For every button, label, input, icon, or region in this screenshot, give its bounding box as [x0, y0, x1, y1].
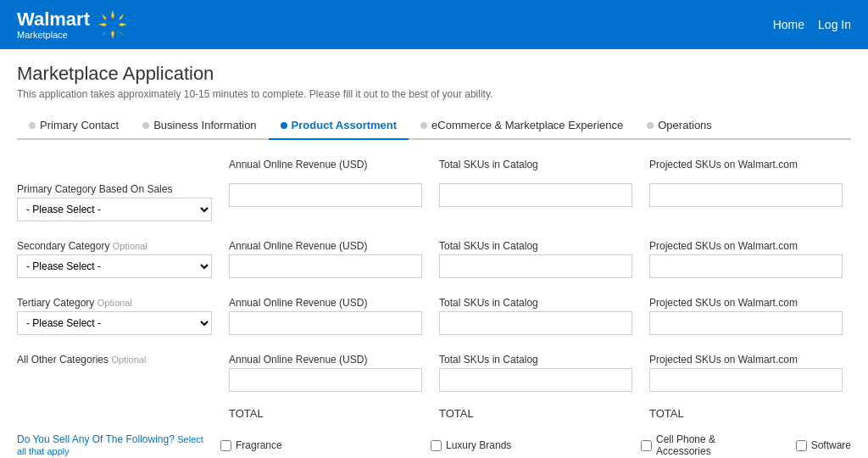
svg-marker-1 — [111, 31, 114, 39]
tertiary-total-skus-input[interactable] — [439, 311, 632, 335]
tab-dot-business — [142, 122, 149, 129]
other-revenue-cell: Annual Online Revenue (USD) — [220, 349, 431, 397]
logo: Walmart Marketplace — [17, 8, 129, 41]
primary-category-select[interactable]: - Please Select - — [17, 198, 212, 221]
secondary-projected-cell: Projected SKUs on Walmart.com — [641, 235, 851, 283]
svg-marker-5 — [120, 31, 124, 36]
tab-business-information[interactable]: Business Information — [131, 112, 268, 140]
tabs-bar: Primary Contact Business Information Pro… — [17, 112, 851, 140]
total-revenue-label: TOTAL — [220, 402, 431, 425]
brand-sub: Marketplace — [17, 30, 90, 40]
tertiary-category-select[interactable]: - Please Select - — [17, 311, 212, 335]
primary-category-row: Primary Category Based On Sales - Please… — [17, 178, 851, 226]
tab-operations[interactable]: Operations — [635, 112, 724, 140]
walmart-spark-icon — [97, 8, 129, 41]
col-header-revenue: Annual Online Revenue (USD) — [220, 154, 431, 178]
tertiary-projected-cell: Projected SKUs on Walmart.com — [641, 292, 851, 340]
tertiary-category-cell: Tertiary Category Optional - Please Sele… — [17, 292, 220, 340]
other-revenue-input[interactable] — [229, 368, 422, 392]
primary-revenue-cell — [220, 178, 431, 226]
checkbox-fragrance: Fragrance — [220, 439, 431, 451]
primary-projected-cell — [641, 178, 851, 226]
col-header-category — [17, 154, 220, 178]
svg-marker-2 — [98, 23, 107, 26]
svg-marker-0 — [111, 10, 114, 19]
secondary-category-row: Secondary Category Optional - Please Sel… — [17, 235, 851, 283]
tab-dot-product — [281, 122, 287, 129]
column-headers-row: Annual Online Revenue (USD) Total SKUs i… — [17, 154, 851, 178]
checkbox-section-label: Do You Sell Any Of The Following? Select… — [17, 433, 220, 457]
secondary-category-cell: Secondary Category Optional - Please Sel… — [17, 235, 220, 283]
svg-marker-7 — [102, 31, 106, 36]
other-total-skus-input[interactable] — [439, 368, 632, 392]
secondary-skus-cell: Total SKUs in Catalog — [431, 235, 641, 283]
total-skus-label: TOTAL — [431, 402, 641, 425]
tertiary-category-row: Tertiary Category Optional - Please Sele… — [17, 292, 851, 340]
tab-dot-operations — [647, 122, 654, 129]
other-categories-row: All Other Categories Optional Annual Onl… — [17, 349, 851, 397]
page-container: Marketplace Application This application… — [0, 49, 868, 458]
svg-marker-6 — [120, 14, 124, 20]
page-title: Marketplace Application — [17, 63, 851, 85]
checkbox-luxury-brands-input[interactable] — [431, 440, 442, 451]
checkbox-software-input[interactable] — [796, 440, 807, 451]
secondary-revenue-input[interactable] — [229, 254, 422, 278]
tab-primary-contact[interactable]: Primary Contact — [17, 112, 131, 140]
tertiary-skus-cell: Total SKUs in Catalog — [431, 292, 641, 340]
checkbox-software: Software — [796, 433, 851, 457]
primary-revenue-input[interactable] — [229, 183, 422, 207]
form-area: Annual Online Revenue (USD) Total SKUs i… — [17, 140, 851, 458]
other-projected-cell: Projected SKUs on Walmart.com — [641, 349, 851, 397]
brand-name: Walmart — [17, 9, 90, 30]
checkbox-cell-phone-input[interactable] — [641, 440, 652, 451]
tab-ecommerce[interactable]: eCommerce & Marketplace Experience — [409, 112, 635, 140]
tab-dot-ecommerce — [420, 122, 427, 129]
secondary-projected-skus-input[interactable] — [649, 254, 843, 278]
tab-dot-primary — [29, 122, 36, 129]
checkbox-fragrance-input[interactable] — [220, 440, 231, 451]
svg-marker-3 — [119, 23, 127, 26]
secondary-revenue-cell: Annual Online Revenue (USD) — [220, 235, 431, 283]
other-skus-cell: Total SKUs in Catalog — [431, 349, 641, 397]
svg-marker-4 — [102, 14, 106, 20]
col-header-projected-skus: Projected SKUs on Walmart.com — [641, 154, 851, 178]
total-projected-label: TOTAL — [641, 402, 851, 425]
checkbox-luxury-brands: Luxury Brands — [431, 439, 641, 451]
header-nav: Home Log In — [773, 18, 851, 31]
secondary-total-skus-input[interactable] — [439, 254, 632, 278]
primary-total-skus-input[interactable] — [439, 183, 632, 207]
header: Walmart Marketplace Home Log In — [0, 0, 868, 49]
primary-skus-cell — [431, 178, 641, 226]
secondary-category-select[interactable]: - Please Select - — [17, 254, 212, 278]
page-subtitle: This application takes approximately 10-… — [17, 88, 851, 100]
tertiary-revenue-input[interactable] — [229, 311, 422, 335]
checkbox-cell-phone: Cell Phone & Accessories — [641, 433, 754, 457]
total-row: TOTAL TOTAL TOTAL — [17, 402, 851, 425]
tertiary-projected-skus-input[interactable] — [649, 311, 843, 335]
nav-login-link[interactable]: Log In — [818, 18, 851, 31]
tab-product-assortment[interactable]: Product Assortment — [269, 112, 409, 140]
primary-projected-skus-input[interactable] — [649, 183, 843, 207]
checkbox-section: Do You Sell Any Of The Following? Select… — [17, 433, 851, 457]
other-projected-skus-input[interactable] — [649, 368, 843, 392]
tertiary-revenue-cell: Annual Online Revenue (USD) — [220, 292, 431, 340]
nav-home-link[interactable]: Home — [773, 18, 804, 31]
col-header-total-skus: Total SKUs in Catalog — [431, 154, 641, 178]
primary-category-cell: Primary Category Based On Sales - Please… — [17, 178, 220, 226]
other-category-cell: All Other Categories Optional — [17, 349, 220, 397]
